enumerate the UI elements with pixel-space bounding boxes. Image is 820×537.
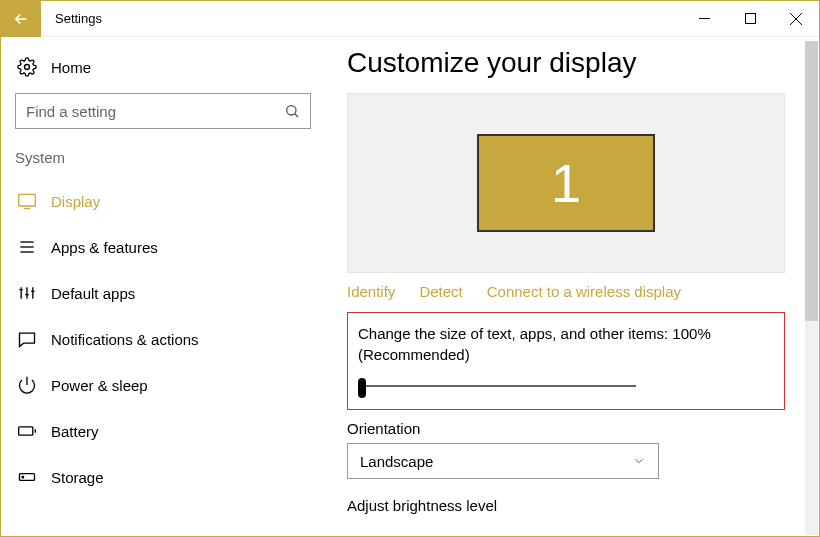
sidebar-item-apps[interactable]: Apps & features [15, 224, 317, 270]
svg-point-25 [22, 476, 24, 478]
chevron-down-icon [632, 454, 646, 468]
maximize-button[interactable] [727, 1, 773, 37]
search-icon [284, 103, 300, 119]
storage-icon [17, 467, 37, 487]
monitor-number: 1 [551, 152, 581, 214]
sidebar-item-notifications[interactable]: Notifications & actions [15, 316, 317, 362]
sidebar-item-label: Battery [51, 423, 99, 440]
apps-icon [17, 237, 37, 257]
close-button[interactable] [773, 1, 819, 37]
svg-point-5 [287, 106, 296, 115]
scale-label: Change the size of text, apps, and other… [358, 323, 774, 365]
back-button[interactable] [1, 1, 41, 37]
vertical-scrollbar[interactable] [805, 41, 818, 535]
sidebar-item-battery[interactable]: Battery [15, 408, 317, 454]
sidebar-item-display[interactable]: Display [15, 178, 317, 224]
sidebar: Home System Display Apps & features Defa… [1, 37, 317, 536]
sidebar-item-label: Apps & features [51, 239, 158, 256]
svg-rect-7 [19, 194, 36, 206]
maximize-icon [745, 13, 756, 24]
wireless-display-link[interactable]: Connect to a wireless display [487, 283, 681, 300]
orientation-select[interactable]: Landscape [347, 443, 659, 479]
brightness-label: Adjust brightness level [347, 497, 819, 514]
svg-rect-22 [19, 427, 33, 435]
sidebar-item-label: Display [51, 193, 100, 210]
page-title: Customize your display [347, 47, 819, 79]
svg-line-6 [295, 114, 298, 117]
sidebar-item-default-apps[interactable]: Default apps [15, 270, 317, 316]
sidebar-item-power[interactable]: Power & sleep [15, 362, 317, 408]
search-box[interactable] [15, 93, 311, 129]
svg-point-4 [25, 65, 30, 70]
sidebar-item-label: Default apps [51, 285, 135, 302]
home-label: Home [51, 59, 91, 76]
sidebar-item-label: Storage [51, 469, 104, 486]
scale-section-highlight: Change the size of text, apps, and other… [347, 312, 785, 410]
sidebar-item-label: Power & sleep [51, 377, 148, 394]
main-content: Customize your display 1 Identify Detect… [317, 37, 819, 536]
close-icon [790, 13, 802, 25]
scrollbar-thumb[interactable] [805, 41, 818, 321]
minimize-button[interactable] [681, 1, 727, 37]
default-apps-icon [17, 283, 37, 303]
titlebar: Settings [1, 1, 819, 37]
notifications-icon [17, 329, 37, 349]
home-button[interactable]: Home [15, 51, 317, 93]
window-title: Settings [55, 11, 102, 26]
gear-icon [17, 57, 37, 77]
display-preview[interactable]: 1 [347, 93, 785, 273]
orientation-label: Orientation [347, 420, 819, 437]
back-arrow-icon [12, 10, 30, 28]
svg-rect-1 [745, 14, 755, 24]
power-icon [17, 375, 37, 395]
minimize-icon [699, 13, 710, 24]
orientation-value: Landscape [360, 453, 433, 470]
monitor-tile[interactable]: 1 [477, 134, 655, 232]
battery-icon [17, 421, 37, 441]
display-icon [17, 191, 37, 211]
slider-track [358, 385, 636, 387]
sidebar-item-storage[interactable]: Storage [15, 454, 317, 500]
section-label: System [15, 149, 317, 166]
detect-link[interactable]: Detect [419, 283, 462, 300]
sidebar-item-label: Notifications & actions [51, 331, 199, 348]
scale-slider[interactable] [358, 377, 636, 395]
search-input[interactable] [26, 103, 284, 120]
slider-thumb[interactable] [358, 378, 366, 398]
identify-link[interactable]: Identify [347, 283, 395, 300]
